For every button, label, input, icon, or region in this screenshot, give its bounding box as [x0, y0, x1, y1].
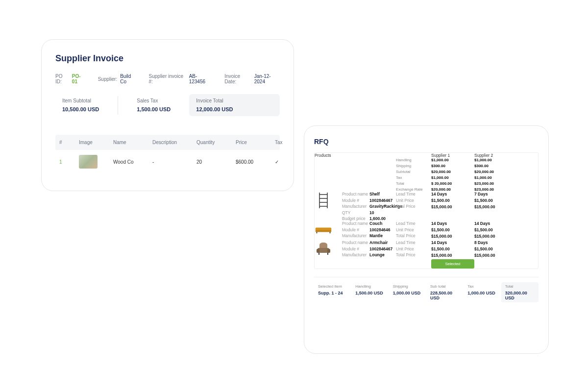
invoice-summary: Item Subtotal 10,500.00 USD Sales Tax 1,…: [55, 94, 280, 116]
invoice-total-cell: Invoice Total 12,000.00 USD: [189, 94, 280, 116]
product-image-shelf: [315, 192, 342, 221]
sales-tax-cell: Sales Tax 1,500.00 USD: [130, 94, 177, 116]
summary-supplier-2: $1,000.00 $300.00 $20,000.00 $1,000.00 $…: [474, 158, 517, 192]
svg-rect-1: [316, 230, 331, 232]
checkmark-icon: ✓: [275, 159, 294, 165]
product-thumb: [79, 155, 108, 169]
col-quantity: Quantity: [196, 140, 231, 145]
po-id-value[interactable]: PO-01: [72, 74, 85, 84]
couch-icon: [315, 225, 332, 234]
selected-button[interactable]: Selected: [431, 259, 474, 269]
svg-rect-5: [317, 249, 319, 253]
col-num: #: [59, 140, 74, 145]
summary-supplier-1: $1,000.00 $300.00 $20,000.00 $1,000.00 $…: [431, 158, 474, 192]
invoice-line-items-table: # Image Name Description Quantity Price …: [55, 135, 280, 173]
footer-subtotal: Sub total 228,500.00 USD: [426, 282, 464, 302]
supplier-invoice-label: Supplier invoice #:: [149, 74, 186, 84]
invoice-title: Supplier Invoice: [55, 53, 280, 64]
invoice-date-label: Invoice Date:: [224, 74, 251, 84]
row-qty: 20: [196, 159, 231, 165]
invoice-date-value: Jan-12-2024: [254, 74, 280, 84]
product-info-armchair: Product nameArmchair Module #1002846467 …: [342, 240, 396, 259]
col-tax: Tax: [275, 140, 294, 145]
invoice-total-label: Invoice Total: [196, 98, 273, 103]
supplier-invoice-card: Supplier Invoice PO ID: PO-01 Supplier: …: [41, 39, 294, 191]
col-image: Image: [79, 140, 108, 145]
rfq-card: RFQ Products Supplier 1 Supplier 2 Handl…: [304, 125, 549, 354]
invoice-total-value: 12,000.00 USD: [196, 106, 273, 112]
supplier-value: Build Co: [120, 74, 136, 84]
supplier-invoice-field: Supplier invoice #: AB-123456: [149, 74, 212, 84]
armchair-icon: [316, 242, 331, 256]
col-description: Description: [152, 140, 192, 145]
supplier-1-selected-cell: Selected: [431, 259, 474, 269]
product-metrics-armchair: Lead Time Unit Price Total Price: [396, 240, 431, 259]
sales-tax-value: 1,500.00 USD: [137, 106, 171, 112]
item-subtotal-value: 10,500.00 USD: [62, 106, 99, 112]
row-name: Wood Co: [113, 159, 147, 165]
svg-rect-8: [327, 253, 328, 255]
item-subtotal-label: Item Subtotal: [62, 98, 99, 103]
sales-tax-label: Sales Tax: [137, 98, 171, 103]
supplier-2-shelf: 7 Days $1,500.00 $15,000.00: [474, 192, 517, 221]
invoice-date-field: Invoice Date: Jan-12-2024: [224, 74, 280, 84]
row-price: $600.00: [236, 159, 270, 165]
supplier-field: Supplier: Build Co: [98, 74, 136, 84]
supplier-2-header[interactable]: Supplier 2: [474, 153, 517, 158]
supplier-2-couch: 14 Days $1,500.00 $15,000.00: [474, 221, 517, 240]
action-blank: [315, 259, 431, 269]
footer-shipping: Shipping 1,000.00 USD: [389, 282, 426, 302]
footer-handling: Handling 1,500.00 USD: [351, 282, 389, 302]
table-row[interactable]: 1 Wood Co - 20 $600.00 ✓ 12,000.00: [55, 150, 280, 173]
supplier-1-couch: 14 Days $1,500.00 $15,000.00: [431, 221, 474, 240]
product-metrics-couch: Lead Time Unit Price Total Price: [396, 221, 431, 240]
svg-rect-3: [330, 232, 331, 234]
invoice-header: PO ID: PO-01 Supplier: Build Co Supplier…: [55, 74, 280, 84]
col-price: Price: [236, 140, 270, 145]
supplier-invoice-value: AB-123456: [189, 74, 212, 84]
divider: [118, 96, 118, 115]
po-id-field: PO ID: PO-01: [55, 74, 85, 84]
product-info-shelf: Product nameShelf Module #1002846467 Man…: [342, 192, 396, 221]
supplier-2-armchair: 8 Days $1,500.00 $15,000.00: [474, 240, 517, 259]
supplier-2-action-cell[interactable]: [474, 259, 517, 269]
supplier-1-armchair: 14 Days $1,500.00 $15,000.00: [431, 240, 474, 259]
rfq-comparison-table: Products Supplier 1 Supplier 2 Handling …: [314, 152, 539, 269]
product-metrics-shelf: Lead Time Unit Price Total Price: [396, 192, 431, 221]
rfq-footer: Selected Item Supp. 1 - 24 Handling 1,50…: [314, 277, 539, 302]
footer-selected-item: Selected Item Supp. 1 - 24: [314, 282, 351, 302]
products-header: Products: [315, 153, 431, 158]
summary-blank: [315, 158, 396, 192]
supplier-label: Supplier:: [98, 76, 117, 82]
product-image-armchair: [315, 240, 342, 259]
supplier-1-shelf: 14 Days $1,500.00 $15,000.00: [431, 192, 474, 221]
product-image-couch: [315, 221, 342, 240]
col-name: Name: [113, 140, 147, 145]
row-desc: -: [152, 159, 192, 165]
item-subtotal-cell: Item Subtotal 10,500.00 USD: [55, 94, 106, 116]
svg-rect-2: [317, 232, 318, 234]
po-id-label: PO ID:: [55, 74, 69, 84]
svg-rect-6: [327, 249, 330, 253]
product-info-couch: Product nameCouch Module #100284646 Manu…: [342, 221, 396, 240]
invoice-table-header: # Image Name Description Quantity Price …: [55, 135, 280, 150]
footer-tax: Tax 1,000.00 USD: [464, 282, 501, 302]
summary-labels: Handling Shipping Subtotal Tax Total Exc…: [396, 158, 431, 192]
footer-total: Total 320,000.00 USD: [501, 282, 539, 302]
svg-rect-7: [318, 253, 319, 255]
shelf-icon: [318, 192, 329, 209]
row-number: 1: [59, 159, 74, 165]
rfq-title: RFQ: [314, 138, 539, 146]
supplier-1-header[interactable]: Supplier 1: [431, 153, 474, 158]
